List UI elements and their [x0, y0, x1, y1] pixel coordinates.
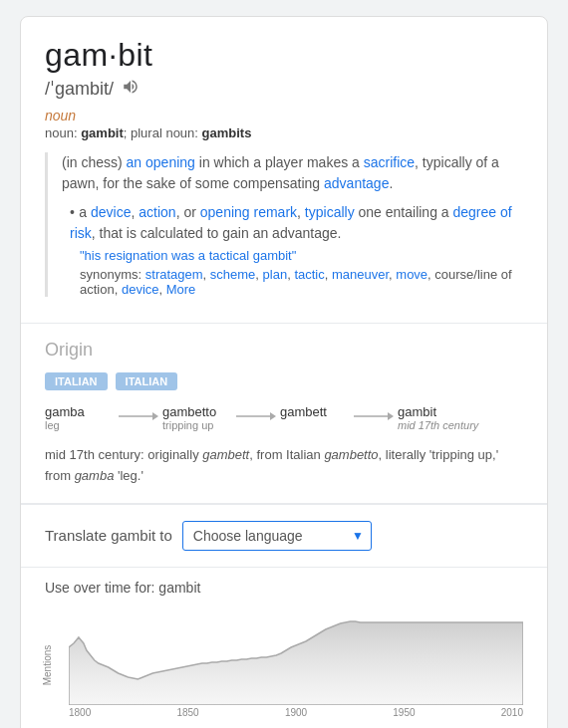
- definition-block: (in chess) an opening in which a player …: [45, 152, 523, 297]
- word-title: gam·bit: [45, 37, 523, 74]
- def1-link[interactable]: an opening: [127, 154, 195, 170]
- more-link[interactable]: More: [166, 282, 196, 297]
- synonyms-label: synonyms:: [80, 267, 142, 282]
- device-link[interactable]: device: [91, 204, 131, 220]
- example-quote: "his resignation was a tactical gambit": [80, 248, 523, 263]
- etym-arrow-3: [350, 404, 398, 423]
- dictionary-card: gam·bit /ˈgambit/ noun noun: gambit; plu…: [20, 16, 548, 728]
- chart-inner: [69, 606, 523, 705]
- syn-device[interactable]: device: [122, 282, 159, 297]
- definition-section: gam·bit /ˈgambit/ noun noun: gambit; plu…: [21, 17, 547, 323]
- chart-svg: [69, 606, 523, 705]
- definition-bullet-text: a device, action, or opening remark, typ…: [70, 204, 512, 241]
- chart-title: Use over time for: gambit: [45, 580, 523, 596]
- chart-x-1900: 1900: [285, 707, 307, 718]
- svg-marker-5: [388, 412, 394, 420]
- etym-arrow-1: [115, 404, 162, 423]
- svg-marker-1: [152, 412, 158, 420]
- etym-arrow-2: [232, 404, 280, 423]
- def1-sacrifice-link[interactable]: sacrifice: [364, 154, 415, 170]
- etymology-chain: gamba leg gambetto tripping up g: [45, 404, 523, 431]
- chart-path: [69, 621, 523, 705]
- etym-word-gamba: gamba: [45, 404, 85, 419]
- etym-word-gambit: gambit: [398, 404, 436, 419]
- syn-move[interactable]: move: [396, 267, 427, 282]
- etym-word-gambetto: gambetto: [162, 404, 216, 419]
- origin-section: Origin ITALIAN ITALIAN gamba leg gambett…: [21, 324, 547, 503]
- definition-bullet: • a device, action, or opening remark, t…: [70, 202, 523, 297]
- etym-gloss-gambetto: tripping up: [162, 419, 213, 431]
- syn-scheme[interactable]: scheme: [210, 267, 256, 282]
- chart-x-labels: 1800 1850 1900 1950 2010: [69, 707, 523, 718]
- opening-remark-link[interactable]: opening remark: [200, 204, 297, 220]
- etym-node-gambetto: gambetto tripping up: [162, 404, 232, 431]
- language-select-wrapper[interactable]: Choose language Spanish French German It…: [182, 521, 372, 551]
- chess-qualifier: (in chess): [62, 154, 127, 170]
- syn-plan[interactable]: plan: [263, 267, 288, 282]
- translate-section: Translate gambit to Choose language Span…: [21, 504, 547, 567]
- noun-forms: noun: gambit; plural noun: gambits: [45, 125, 523, 140]
- phonetic-text: /ˈgambit/: [45, 78, 114, 100]
- chart-x-1800: 1800: [69, 707, 91, 718]
- translate-label: Translate gambit to: [45, 527, 172, 544]
- etymology-tags: ITALIAN ITALIAN: [45, 372, 523, 390]
- syn-stratagem[interactable]: stratagem: [145, 267, 203, 282]
- etym-word-gambett: gambett: [280, 404, 327, 419]
- origin-title: Origin: [45, 340, 523, 361]
- def1-advantage-link[interactable]: advantage: [324, 175, 389, 191]
- synonyms-line: synonyms: stratagem, scheme, plan, tacti…: [80, 267, 523, 297]
- definition-primary: (in chess) an opening in which a player …: [62, 152, 523, 194]
- typically-link[interactable]: typically: [305, 204, 355, 220]
- etym-node-gambett: gambett: [280, 404, 350, 419]
- chart-x-1950: 1950: [393, 707, 415, 718]
- etym-tag-1: ITALIAN: [45, 372, 108, 390]
- chart-section: Use over time for: gambit Mentions 1800: [21, 567, 547, 728]
- syn-maneuver[interactable]: maneuver: [332, 267, 389, 282]
- chart-x-2010: 2010: [501, 707, 523, 718]
- chart-container: Mentions 1800 1850 1900 1950: [45, 606, 523, 725]
- etym-gloss-gamba: leg: [45, 419, 60, 431]
- part-of-speech: noun: [45, 108, 523, 123]
- speaker-icon[interactable]: [122, 78, 140, 100]
- translate-row: Translate gambit to Choose language Span…: [45, 521, 523, 551]
- syn-tactic[interactable]: tactic: [294, 267, 324, 282]
- language-select[interactable]: Choose language Spanish French German It…: [182, 521, 372, 551]
- svg-marker-3: [270, 412, 276, 420]
- etym-gloss-gambit: mid 17th century: [398, 419, 478, 431]
- chart-x-1850: 1850: [176, 707, 198, 718]
- etym-node-gambit: gambit mid 17th century: [398, 404, 478, 431]
- origin-text: mid 17th century: originally gambett, fr…: [45, 445, 523, 487]
- action-link[interactable]: action: [139, 204, 175, 220]
- chart-y-label: Mentions: [42, 644, 53, 685]
- etym-node-gamba: gamba leg: [45, 404, 115, 431]
- phonetic-row: /ˈgambit/: [45, 78, 523, 100]
- etym-tag-2: ITALIAN: [116, 372, 178, 390]
